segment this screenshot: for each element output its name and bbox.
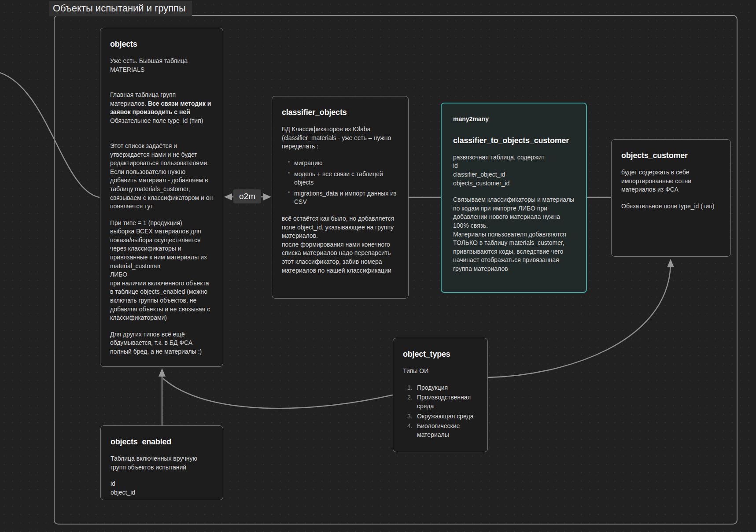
numbered-item: Производственная среда	[407, 393, 478, 410]
node-text: Уже есть. Бывшая таблица MATERIALS	[110, 57, 213, 74]
node-text: Таблица включенных вручную групп объекто…	[111, 454, 213, 472]
node-fields: развязочная таблица, содержит id classif…	[453, 153, 575, 188]
node-classifier-to-objects-customer[interactable]: many2many classifier_to_objects_customer…	[441, 103, 587, 293]
node-object-types[interactable]: object_types Типы ОИ Продукция Производс…	[393, 338, 488, 452]
node-text-segment: Обязательное поле type_id (тип)	[110, 117, 213, 126]
numbered-item: Продукция	[407, 384, 478, 392]
node-subtitle: Типы ОИ	[403, 367, 478, 376]
node-objects-customer[interactable]: objects_customer будет содержать в себе …	[611, 139, 731, 257]
node-text: Обязательное поле type_id (тип)	[621, 202, 721, 211]
node-text: При типе = 1 (продукция) выборка ВСЕХ ма…	[110, 219, 213, 322]
node-text: всё остаётся как было, но добавляется по…	[282, 214, 398, 275]
node-title: object_types	[403, 349, 478, 360]
node-text: БД Классификаторов из Юlaba (classifier_…	[282, 125, 398, 151]
bullet-item: модель + все связи с таблицей objects	[288, 170, 398, 187]
node-classifier-objects[interactable]: classifier_objects БД Классификаторов из…	[272, 96, 409, 299]
relation-tag: many2many	[453, 115, 575, 124]
page-title[interactable]: Объекты испытаний и группы	[49, 1, 192, 16]
bullet-item: миграцию	[288, 159, 398, 168]
node-objects-enabled[interactable]: objects_enabled Таблица включенных вручн…	[100, 425, 223, 500]
node-title: objects_customer	[621, 150, 721, 161]
numbered-list: Продукция Производственная среда Окружаю…	[403, 384, 478, 440]
node-text: будет содержать в себе импортированные с…	[621, 168, 721, 194]
node-objects[interactable]: objects Уже есть. Бывшая таблица MATERIA…	[100, 28, 223, 367]
node-title: classifier_to_objects_customer	[453, 135, 575, 146]
bullet-item: migrations_data и импорт данных из CSV	[288, 189, 398, 207]
node-title: objects	[110, 39, 213, 50]
numbered-item: Окружающая среда	[407, 412, 478, 421]
node-fields: id object_id	[111, 480, 213, 497]
numbered-item: Биологические материалы	[407, 422, 478, 439]
node-text: Для других типов всё ещё обдумывается, т…	[110, 330, 213, 356]
bullet-list: миграцию модель + все связи с таблицей o…	[282, 159, 398, 207]
node-text: Главная таблица групп материалов. Все св…	[110, 82, 213, 134]
edge-label-o2m[interactable]: o2m	[233, 189, 261, 203]
node-text: Связываем классификаторы и материалы по …	[453, 196, 575, 273]
node-title: classifier_objects	[282, 107, 398, 118]
node-title: objects_enabled	[111, 436, 213, 447]
node-text: Этот список задаётся и утверждается нами…	[110, 142, 213, 211]
